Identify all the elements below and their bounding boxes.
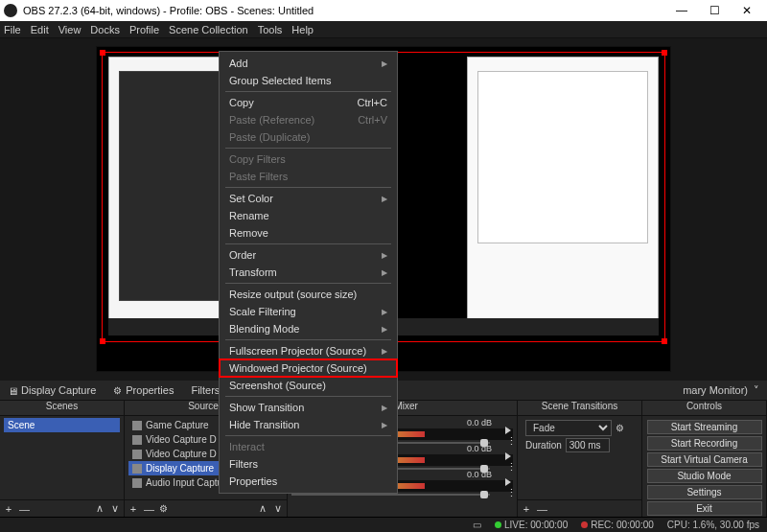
- resize-handle[interactable]: [662, 338, 667, 344]
- context-set-color[interactable]: Set Color▶: [220, 190, 397, 207]
- speaker-icon[interactable]: [505, 427, 511, 434]
- context-paste-filters: Paste Filters: [220, 168, 397, 185]
- submenu-arrow-icon: ▶: [382, 421, 387, 429]
- control-start-virtual-camera-button[interactable]: Start Virtual Camera: [647, 452, 762, 467]
- control-start-recording-button[interactable]: Start Recording: [647, 436, 762, 451]
- menu-separator: [225, 283, 391, 284]
- context-show-transition[interactable]: Show Transition▶: [220, 399, 397, 416]
- context-copy[interactable]: CopyCtrl+C: [220, 94, 397, 111]
- resize-handle[interactable]: [100, 338, 105, 344]
- context-add[interactable]: Add▶: [220, 55, 397, 72]
- source-type-icon: [132, 450, 142, 459]
- status-bar: ▭ LIVE: 00:00:00 REC: 00:00:00 CPU: 1.6%…: [0, 517, 767, 532]
- window-titlebar: OBS 27.2.3 (64-bit, windows) - Profile: …: [0, 0, 767, 21]
- preview-area: Add▶Group Selected ItemsCopyCtrl+CPaste …: [0, 38, 767, 381]
- panel-title: Scene Transitions: [518, 401, 641, 416]
- menu-bar: FileEditViewDocksProfileScene Collection…: [0, 21, 767, 38]
- context-interact: Interact: [220, 438, 397, 455]
- control-studio-mode-button[interactable]: Studio Mode: [647, 469, 762, 483]
- menu-edit[interactable]: Edit: [31, 24, 49, 35]
- context-blending-mode[interactable]: Blending Mode▶: [220, 320, 397, 337]
- add-source-button[interactable]: +: [128, 503, 138, 515]
- slider-knob[interactable]: [480, 491, 488, 498]
- submenu-arrow-icon: ▶: [382, 325, 387, 334]
- resize-handle[interactable]: [100, 50, 105, 56]
- rec-dot-icon: [581, 521, 588, 528]
- menu-separator: [225, 187, 391, 188]
- source-context-menu: Add▶Group Selected ItemsCopyCtrl+CPaste …: [219, 51, 398, 494]
- context-windowed-projector-source-[interactable]: Windowed Projector (Source): [220, 359, 397, 377]
- resize-handle[interactable]: [662, 50, 667, 56]
- submenu-arrow-icon: ▶: [382, 404, 387, 412]
- minimize-button[interactable]: —: [665, 4, 698, 17]
- selected-source-label: 🖥 Display Capture: [8, 384, 96, 396]
- context-copy-filters: Copy Filters: [220, 150, 397, 168]
- menu-help[interactable]: Help: [291, 24, 314, 35]
- transition-select[interactable]: Fade: [525, 420, 612, 436]
- control-settings-button[interactable]: Settings: [647, 485, 762, 499]
- context-hide-transition[interactable]: Hide Transition▶: [220, 416, 397, 433]
- context-filters[interactable]: Filters: [220, 455, 397, 473]
- control-start-streaming-button[interactable]: Start Streaming: [647, 420, 762, 434]
- menu-separator: [225, 243, 391, 244]
- add-scene-button[interactable]: +: [4, 503, 13, 515]
- context-properties[interactable]: Properties: [220, 473, 397, 490]
- menu-profile[interactable]: Profile: [129, 24, 159, 35]
- submenu-arrow-icon: ▶: [382, 251, 387, 260]
- menu-separator: [225, 148, 391, 149]
- scene-transitions-panel: Scene Transitions Fade ⚙ Duration + —: [518, 401, 642, 517]
- menu-separator: [225, 339, 391, 340]
- track-db: 0.0 dB: [467, 444, 492, 453]
- speaker-icon[interactable]: [505, 478, 511, 486]
- context-resize-output-source-size-[interactable]: Resize output (source size): [220, 286, 397, 303]
- window-title: OBS 27.2.3 (64-bit, windows) - Profile: …: [23, 5, 665, 16]
- properties-button[interactable]: ⚙ Properties: [113, 384, 174, 396]
- control-exit-button[interactable]: Exit: [647, 501, 762, 516]
- context-fullscreen-projector-source-[interactable]: Fullscreen Projector (Source)▶: [220, 342, 397, 359]
- maximize-button[interactable]: ☐: [698, 4, 731, 17]
- add-transition-button[interactable]: +: [522, 503, 531, 515]
- source-up-button[interactable]: ∧: [258, 502, 267, 515]
- source-down-button[interactable]: ∨: [273, 502, 283, 515]
- scene-item[interactable]: Scene: [4, 418, 120, 432]
- remove-scene-button[interactable]: —: [19, 503, 29, 515]
- filters-button[interactable]: Filters: [191, 384, 220, 396]
- context-order[interactable]: Order▶: [220, 246, 397, 264]
- submenu-arrow-icon: ▶: [382, 59, 387, 68]
- volume-slider[interactable]: [291, 494, 490, 496]
- scene-up-button[interactable]: ∧: [95, 502, 105, 515]
- track-menu-icon[interactable]: ⋮: [506, 487, 517, 499]
- menu-tools[interactable]: Tools: [258, 24, 283, 35]
- context-group-selected-items[interactable]: Group Selected Items: [220, 72, 397, 89]
- source-type-icon: [132, 478, 142, 488]
- panel-title: Scenes: [0, 401, 124, 416]
- context-paste-duplicate-: Paste (Duplicate): [220, 128, 397, 146]
- menu-file[interactable]: File: [4, 24, 21, 35]
- remove-transition-button[interactable]: —: [537, 503, 546, 515]
- duration-label: Duration: [525, 440, 562, 451]
- network-icon: ▭: [473, 520, 481, 530]
- context-screenshot-source-[interactable]: Screenshot (Source): [220, 377, 397, 394]
- submenu-arrow-icon: ▶: [382, 195, 387, 203]
- context-remove[interactable]: Remove: [220, 224, 397, 242]
- monitor-dropdown[interactable]: mary Monitor) ˅: [683, 384, 759, 397]
- close-button[interactable]: ✕: [731, 4, 763, 17]
- context-scale-filtering[interactable]: Scale Filtering▶: [220, 303, 397, 320]
- scenes-panel: Scenes Scene + — ∧ ∨: [0, 401, 125, 517]
- duration-input[interactable]: [566, 438, 610, 452]
- menu-separator: [225, 396, 391, 397]
- menu-scene-collection[interactable]: Scene Collection: [169, 24, 248, 35]
- menu-docks[interactable]: Docks: [90, 24, 120, 35]
- remove-source-button[interactable]: —: [144, 503, 153, 515]
- source-settings-button[interactable]: ⚙: [159, 503, 168, 514]
- transition-settings-button[interactable]: ⚙: [616, 423, 624, 433]
- submenu-arrow-icon: ▶: [382, 347, 387, 356]
- context-rename[interactable]: Rename: [220, 207, 397, 224]
- cpu-status: CPU: 1.6%, 30.00 fps: [667, 520, 759, 530]
- menu-view[interactable]: View: [58, 24, 81, 35]
- track-db: 0.0 dB: [467, 470, 492, 479]
- scene-down-button[interactable]: ∨: [110, 502, 120, 515]
- source-type-icon: [132, 464, 142, 474]
- context-transform[interactable]: Transform▶: [220, 264, 397, 281]
- speaker-icon[interactable]: [505, 452, 511, 460]
